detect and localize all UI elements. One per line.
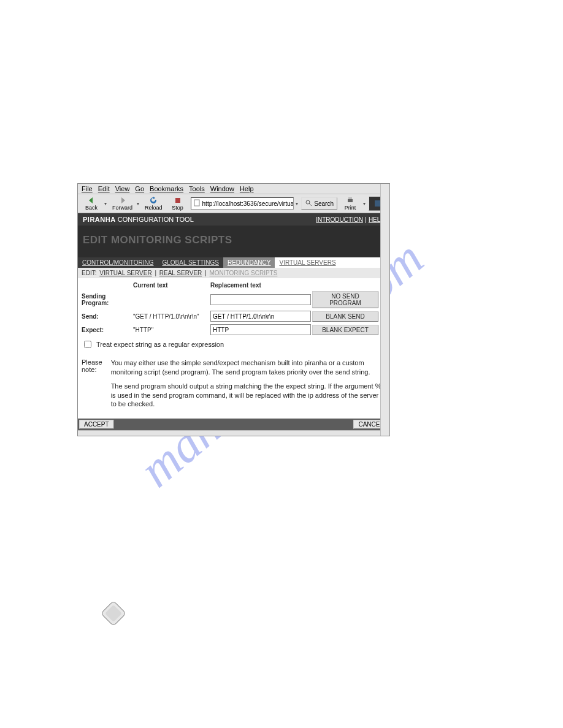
forward-icon — [118, 196, 127, 205]
stop-button[interactable]: Stop — [167, 195, 189, 211]
print-icon — [346, 196, 354, 205]
svg-rect-0 — [175, 198, 180, 203]
label-send: Send: — [82, 313, 132, 320]
note-paragraph-2: The send program should output a string … — [111, 382, 386, 409]
link-virtual-server[interactable]: VIRTUAL SERVER — [99, 270, 151, 276]
link-monitoring-scripts[interactable]: MONITORING SCRIPTS — [209, 270, 277, 276]
back-dropdown[interactable]: ▾ — [104, 201, 108, 207]
menu-view[interactable]: View — [115, 185, 130, 192]
stop-icon — [174, 196, 182, 205]
tab-redundancy[interactable]: REDUNDANCY — [223, 257, 275, 268]
note-paragraph-1: You may either use the simple send/expec… — [111, 358, 386, 377]
note-icon — [101, 601, 126, 626]
url-dropdown[interactable]: ▾ — [296, 201, 299, 207]
footer-buttons: ACCEPT CANCEL — [78, 419, 389, 430]
brand-text: PIRANHA — [83, 216, 116, 223]
scrollbar[interactable] — [380, 184, 389, 436]
note-area: Please note: You may either use the simp… — [78, 352, 389, 419]
tab-control-monitoring[interactable]: CONTROL/MONITORING — [78, 257, 158, 268]
blank-expect-button[interactable]: BLANK EXPECT — [312, 325, 378, 335]
search-button[interactable]: Search — [301, 197, 337, 210]
col-replacement-text: Replacement text — [210, 282, 311, 289]
regex-label: Treat expect string as a regular express… — [96, 341, 224, 348]
tab-virtual-servers[interactable]: VIRTUAL SERVERS — [275, 257, 389, 268]
back-icon — [87, 196, 96, 205]
menu-file[interactable]: File — [82, 185, 93, 192]
svg-line-3 — [309, 203, 312, 206]
svg-rect-4 — [348, 199, 353, 202]
input-expect[interactable] — [210, 324, 311, 335]
reload-button[interactable]: Reload — [142, 195, 165, 211]
svg-rect-5 — [348, 197, 352, 199]
edit-label: EDIT: — [82, 270, 96, 276]
toolbar: Back ▾ Forward ▾ Reload Stop htt — [78, 194, 389, 213]
introduction-link[interactable]: INTRODUCTION — [316, 216, 363, 223]
print-dropdown[interactable]: ▾ — [363, 201, 367, 207]
menu-go[interactable]: Go — [135, 185, 144, 192]
input-send[interactable] — [210, 311, 311, 322]
current-send: "GET / HTTP/1.0\r\n\r\n" — [133, 313, 209, 320]
accept-button[interactable]: ACCEPT — [79, 420, 114, 429]
address-bar[interactable]: http://localhost:3636/secure/virtual_edi… — [191, 197, 294, 210]
blank-send-button[interactable]: BLANK SEND — [312, 311, 378, 322]
print-button[interactable]: Print — [339, 195, 361, 211]
page-title: EDIT MONITORING SCRIPTS — [83, 234, 385, 246]
no-send-program-button[interactable]: NO SEND PROGRAM — [312, 291, 378, 308]
input-sending-program[interactable] — [210, 294, 311, 305]
menu-help[interactable]: Help — [240, 185, 254, 192]
tab-row: CONTROL/MONITORING GLOBAL SETTINGS REDUN… — [78, 257, 389, 268]
note-label: Please note: — [82, 358, 102, 414]
menu-tools[interactable]: Tools — [189, 185, 205, 192]
url-text: http://localhost:3636/secure/virtual_edi… — [202, 200, 294, 207]
reload-icon — [149, 196, 158, 205]
label-expect: Expect: — [82, 327, 132, 333]
page-icon — [193, 199, 201, 208]
menu-bookmarks[interactable]: Bookmarks — [150, 185, 183, 192]
regex-checkbox[interactable] — [84, 341, 91, 348]
edit-breadcrumb: EDIT: VIRTUAL SERVER | REAL SERVER | MON… — [78, 268, 389, 278]
back-button[interactable]: Back — [80, 195, 102, 211]
menu-bar: File Edit View Go Bookmarks Tools Window… — [78, 184, 389, 194]
forward-button[interactable]: Forward — [110, 195, 135, 211]
tab-global-settings[interactable]: GLOBAL SETTINGS — [158, 257, 223, 268]
status-bar — [78, 430, 389, 436]
menu-window[interactable]: Window — [210, 185, 234, 192]
form-area: Current text Replacement text Sending Pr… — [78, 278, 389, 352]
label-sending-program: Sending Program: — [82, 293, 132, 306]
browser-window: File Edit View Go Bookmarks Tools Window… — [77, 183, 390, 436]
link-real-server[interactable]: REAL SERVER — [159, 270, 202, 276]
app-title-bar: PIRANHA CONFIGURATION TOOL INTRODUCTION … — [78, 213, 389, 226]
svg-rect-1 — [194, 200, 199, 206]
col-current-text: Current text — [133, 282, 209, 289]
tool-text: CONFIGURATION TOOL — [118, 216, 194, 223]
forward-dropdown[interactable]: ▾ — [137, 201, 140, 207]
current-expect: "HTTP" — [133, 327, 209, 333]
page-heading-area: EDIT MONITORING SCRIPTS — [78, 226, 389, 257]
menu-edit[interactable]: Edit — [98, 185, 110, 192]
search-icon — [305, 199, 312, 208]
